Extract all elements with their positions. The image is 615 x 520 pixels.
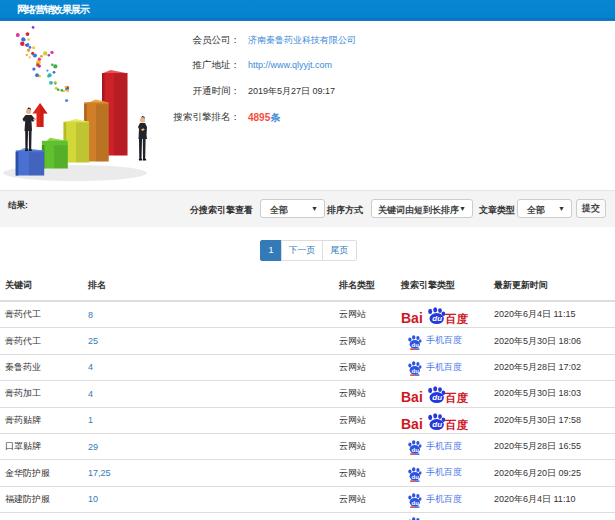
svg-text:du: du: [412, 368, 420, 374]
svg-text:Bai: Bai: [401, 389, 423, 405]
svg-text:百度: 百度: [444, 312, 469, 325]
svg-text:du: du: [432, 315, 442, 324]
svg-text:Bai: Bai: [401, 310, 423, 326]
svg-text:百度: 百度: [444, 417, 469, 430]
svg-text:百度: 百度: [444, 391, 469, 404]
svg-text:du: du: [412, 447, 420, 453]
svg-text:du: du: [412, 341, 420, 347]
svg-text:du: du: [432, 394, 442, 403]
svg-text:Bai: Bai: [401, 415, 423, 431]
svg-text:du: du: [412, 500, 420, 506]
svg-text:du: du: [432, 420, 442, 429]
svg-text:du: du: [412, 473, 420, 479]
